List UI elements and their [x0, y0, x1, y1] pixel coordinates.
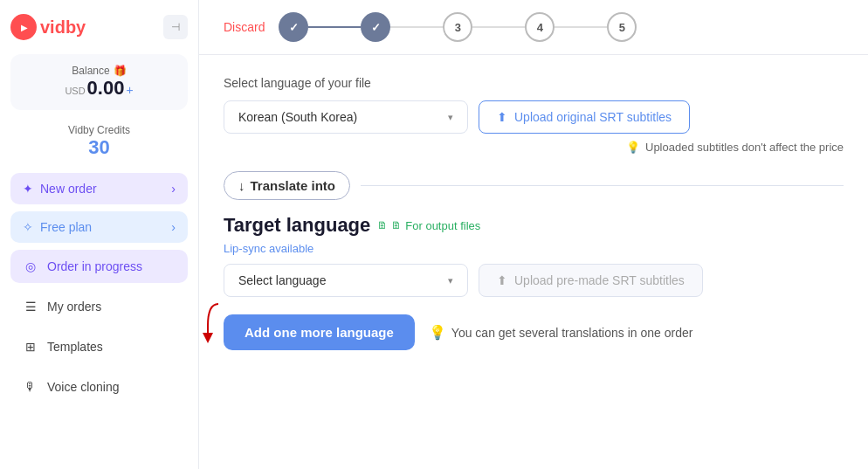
- new-order-chevron-icon: ›: [171, 182, 176, 196]
- sidebar-item-voice-cloning[interactable]: 🎙 Voice cloning: [10, 370, 188, 403]
- upload-note-text: Uploaded subtitles don't affect the pric…: [645, 141, 844, 154]
- several-translations-note: 💡 You can get several translations in on…: [429, 324, 693, 341]
- translate-into-label: Translate into: [251, 178, 336, 193]
- upload-srt-button[interactable]: ⬆ Upload original SRT subtitles: [479, 100, 690, 134]
- target-language-title: Target language: [224, 214, 370, 237]
- step-5-label: 5: [619, 21, 625, 34]
- templates-label: Templates: [47, 340, 103, 354]
- upload-srt-icon: ⬆: [497, 110, 507, 124]
- logo: vidby: [10, 14, 86, 40]
- balance-title: Balance 🎁: [24, 65, 174, 77]
- new-order-button[interactable]: ✦ New order ›: [10, 173, 188, 204]
- step-3: 3: [443, 12, 472, 42]
- free-plan-button[interactable]: ✧ Free plan ›: [10, 211, 188, 243]
- templates-icon: ⊞: [23, 339, 38, 355]
- target-language-header: Target language 🗎 🗎 For output files: [224, 214, 844, 237]
- translate-into-section: ↓ Translate into: [224, 171, 844, 200]
- logo-area: vidby ⊣: [10, 14, 188, 40]
- target-language-select[interactable]: Select language ▾: [224, 264, 468, 297]
- main-content: Discard ✓ ✓ 3 4 5 Select language of: [199, 0, 868, 469]
- voice-cloning-label: Voice cloning: [47, 380, 120, 394]
- balance-card: Balance 🎁 USD 0.00 +: [10, 54, 188, 110]
- credits-amount: 30: [10, 136, 188, 159]
- order-in-progress-label: Order in progress: [47, 259, 142, 273]
- file-language-section-title: Select language of your file: [224, 76, 844, 90]
- step-1-checkmark: ✓: [289, 21, 299, 34]
- translate-into-arrow-icon: ↓: [238, 178, 245, 193]
- free-plan-chevron-icon: ›: [171, 220, 176, 234]
- step-4: 4: [525, 12, 555, 42]
- step-4-label: 4: [537, 21, 543, 34]
- upload-note: 💡 Uploaded subtitles don't affect the pr…: [224, 141, 844, 154]
- add-language-button[interactable]: Add one more language: [224, 314, 415, 350]
- step-line-3: [472, 26, 525, 28]
- step-1: ✓: [279, 12, 308, 42]
- free-plan-label: Free plan: [40, 220, 92, 234]
- file-language-select[interactable]: Korean (South Korea) ▾: [224, 100, 468, 134]
- step-line-1: [308, 26, 361, 28]
- content-area: Select language of your file Korean (Sou…: [199, 55, 868, 469]
- step-line-2: [390, 26, 443, 28]
- upload-premade-icon: ⬆: [497, 273, 507, 287]
- progress-steps: ✓ ✓ 3 4 5: [279, 12, 844, 42]
- step-3-label: 3: [455, 21, 461, 34]
- arrow-indicator: [201, 300, 227, 343]
- file-language-value: Korean (South Korea): [238, 110, 357, 124]
- divider-line: [361, 185, 844, 186]
- file-language-row: Korean (South Korea) ▾ ⬆ Upload original…: [224, 100, 844, 134]
- step-5: 5: [607, 12, 637, 42]
- file-icon-1: 🗎: [377, 219, 388, 231]
- order-in-progress-icon: ◎: [23, 259, 38, 274]
- balance-add-button[interactable]: +: [126, 83, 133, 97]
- output-files-label: For output files: [405, 219, 480, 232]
- target-language-placeholder: Select language: [238, 273, 326, 287]
- sidebar-item-order-in-progress[interactable]: ◎ Order in progress: [10, 250, 188, 283]
- free-plan-icon: ✧: [23, 220, 33, 234]
- topbar: Discard ✓ ✓ 3 4 5: [199, 0, 868, 55]
- my-orders-icon: ☰: [23, 299, 38, 314]
- file-icon-2: 🗎: [391, 219, 402, 231]
- voice-cloning-icon: 🎙: [23, 379, 38, 395]
- new-order-label: New order: [40, 182, 97, 196]
- lip-sync-tag: Lip-sync available: [224, 242, 844, 255]
- logo-text: vidby: [40, 17, 86, 38]
- discard-button[interactable]: Discard: [224, 20, 265, 34]
- logo-icon: [10, 14, 37, 40]
- my-orders-label: My orders: [47, 300, 101, 314]
- upload-premade-button: ⬆ Upload pre-made SRT subtitles: [479, 264, 703, 297]
- sidebar-item-my-orders[interactable]: ☰ My orders: [10, 290, 188, 323]
- add-language-row: Add one more language 💡 You can get seve…: [224, 314, 844, 350]
- step-line-4: [555, 26, 607, 28]
- sidebar-collapse-button[interactable]: ⊣: [163, 15, 188, 39]
- translate-into-badge: ↓ Translate into: [224, 171, 350, 200]
- target-language-chevron-icon: ▾: [448, 275, 453, 286]
- balance-amount: 0.00: [87, 77, 125, 100]
- step-2: ✓: [361, 12, 390, 42]
- lightbulb-icon: 💡: [626, 141, 640, 154]
- new-order-icon: ✦: [23, 182, 33, 196]
- sidebar: vidby ⊣ Balance 🎁 USD 0.00 + Vidby Credi…: [0, 0, 199, 469]
- step-2-checkmark: ✓: [371, 21, 381, 34]
- upload-premade-label: Upload pre-made SRT subtitles: [514, 273, 685, 287]
- several-translations-text: You can get several translations in one …: [451, 326, 693, 340]
- credits-section: Vidby Credits 30: [10, 121, 188, 166]
- language-select-row: Select language ▾ ⬆ Upload pre-made SRT …: [224, 264, 844, 297]
- output-files-badge: 🗎 🗎 For output files: [377, 219, 480, 232]
- currency-label: USD: [65, 86, 85, 96]
- file-language-chevron-icon: ▾: [448, 112, 453, 123]
- credits-label: Vidby Credits: [10, 124, 188, 136]
- upload-srt-label: Upload original SRT subtitles: [514, 110, 672, 124]
- sidebar-item-templates[interactable]: ⊞ Templates: [10, 330, 188, 363]
- lightbulb-note-icon: 💡: [429, 324, 446, 341]
